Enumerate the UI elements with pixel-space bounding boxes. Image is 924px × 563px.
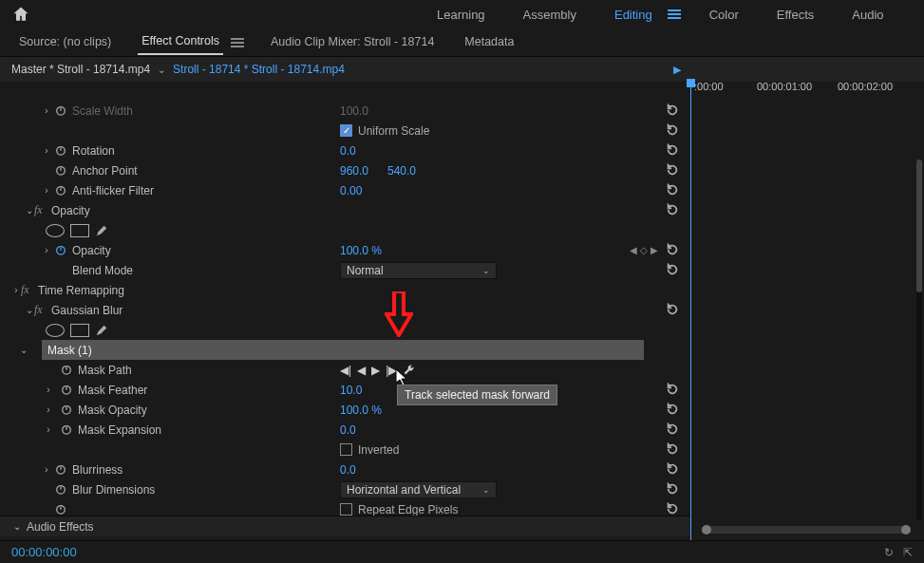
twisty-icon[interactable]: › xyxy=(44,404,53,415)
fx-badge-icon[interactable]: fx xyxy=(21,283,34,297)
stopwatch-icon[interactable] xyxy=(61,423,74,437)
prop-value[interactable]: 0.0 xyxy=(340,463,356,477)
slider-handle-left[interactable] xyxy=(702,525,711,535)
track-back-one-icon[interactable]: ◀| xyxy=(340,364,351,377)
audio-effects-section[interactable]: ⌄ Audio Effects xyxy=(0,516,690,536)
twisty-icon[interactable]: › xyxy=(42,105,51,116)
scrollbar-thumb[interactable] xyxy=(916,160,922,292)
timeline-zoom-slider[interactable] xyxy=(702,526,911,534)
fx-badge-icon[interactable]: fx xyxy=(34,303,47,317)
reset-icon[interactable] xyxy=(666,422,681,438)
reset-icon[interactable] xyxy=(666,123,681,139)
twisty-icon[interactable]: ⌄ xyxy=(25,305,34,315)
reset-icon[interactable] xyxy=(666,163,681,178)
prop-mask-path: Mask Path ◀| ◀ ▶ |▶ xyxy=(0,360,690,380)
stopwatch-icon[interactable] xyxy=(55,483,68,497)
twisty-icon[interactable]: › xyxy=(42,145,51,156)
loop-icon[interactable]: ↻ xyxy=(884,546,894,559)
stopwatch-icon[interactable] xyxy=(55,144,68,158)
ellipse-mask-icon[interactable] xyxy=(46,324,65,337)
reset-icon[interactable] xyxy=(666,502,681,516)
ellipse-mask-icon[interactable] xyxy=(46,224,65,237)
dropdown-value: Horizontal and Vertical xyxy=(347,483,461,497)
stopwatch-icon[interactable] xyxy=(55,463,68,477)
current-timecode[interactable]: 00:00:00:00 xyxy=(11,545,77,559)
stopwatch-icon[interactable] xyxy=(55,244,68,257)
effect-label: Gaussian Blur xyxy=(51,304,123,317)
twisty-icon[interactable]: › xyxy=(42,185,51,196)
reset-icon[interactable] xyxy=(666,243,681,258)
twisty-icon[interactable]: ⌄ xyxy=(19,345,28,355)
home-icon[interactable] xyxy=(11,5,30,24)
blur-dimensions-dropdown[interactable]: Horizontal and Vertical⌄ xyxy=(340,481,497,498)
chevron-down-icon[interactable]: ⌄ xyxy=(158,65,165,75)
rect-mask-icon[interactable] xyxy=(70,324,89,337)
workspace-tab-effects[interactable]: Effects xyxy=(767,4,824,26)
pen-mask-icon[interactable] xyxy=(95,324,108,337)
slider-handle-right[interactable] xyxy=(901,525,911,535)
panel-tab-source[interactable]: Source: (no clips) xyxy=(15,31,115,54)
export-icon[interactable]: ⇱ xyxy=(903,546,913,559)
twisty-icon[interactable]: › xyxy=(42,245,51,255)
panel-tab-metadata[interactable]: Metadata xyxy=(461,31,518,54)
stopwatch-icon[interactable] xyxy=(55,164,68,178)
reset-icon[interactable] xyxy=(666,462,681,478)
twisty-icon[interactable]: ⌄ xyxy=(13,521,23,532)
panel-menu-icon[interactable] xyxy=(231,36,244,49)
workspace-tab-audio[interactable]: Audio xyxy=(842,4,893,26)
inverted-checkbox[interactable]: Inverted xyxy=(340,443,399,457)
reset-icon[interactable] xyxy=(666,482,681,497)
reset-icon[interactable] xyxy=(666,383,681,398)
prop-value-y[interactable]: 540.0 xyxy=(387,164,416,178)
workspace-tab-color[interactable]: Color xyxy=(700,4,748,26)
playhead[interactable] xyxy=(690,79,691,554)
reset-icon[interactable] xyxy=(666,183,681,198)
prop-value-x[interactable]: 960.0 xyxy=(340,164,368,178)
prop-value[interactable]: 0.0 xyxy=(340,423,356,437)
vertical-scrollbar[interactable] xyxy=(916,160,922,520)
reset-icon[interactable] xyxy=(666,442,681,458)
stopwatch-icon[interactable] xyxy=(55,503,68,516)
repeat-edge-checkbox[interactable]: Repeat Edge Pixels xyxy=(340,503,458,516)
mask-1[interactable]: ⌄ Mask (1) xyxy=(42,340,644,360)
stopwatch-icon[interactable] xyxy=(55,184,68,197)
stopwatch-icon[interactable] xyxy=(61,384,74,397)
reset-icon[interactable] xyxy=(666,303,681,318)
prop-value[interactable]: 100.0 xyxy=(340,104,368,118)
prop-mask-feather: › Mask Feather 10.0 xyxy=(0,380,690,400)
prop-value[interactable]: 100.0 % xyxy=(340,403,382,417)
prop-value[interactable]: 100.0 % xyxy=(340,244,382,257)
twisty-icon[interactable]: › xyxy=(44,424,53,435)
reset-icon[interactable] xyxy=(666,203,681,218)
workspace-tab-assembly[interactable]: Assembly xyxy=(514,4,586,26)
reset-icon[interactable] xyxy=(666,103,681,119)
keyframe-nav[interactable]: ◀ ◇ ▶ xyxy=(630,245,658,255)
twisty-icon[interactable]: › xyxy=(11,285,21,295)
effect-timeline[interactable]: :00:00 00:00:01:00 00:00:02:00 xyxy=(690,79,915,98)
workspace-tab-learning[interactable]: Learning xyxy=(427,4,495,26)
reset-icon[interactable] xyxy=(666,143,681,159)
track-forward-icon[interactable]: ▶ xyxy=(371,364,380,377)
twisty-icon[interactable]: ⌄ xyxy=(25,205,34,216)
prop-value[interactable]: 0.0 xyxy=(340,144,356,158)
blend-mode-dropdown[interactable]: Normal⌄ xyxy=(340,262,497,279)
prop-value[interactable]: 10.0 xyxy=(340,384,362,397)
sequence-clip-name[interactable]: Stroll - 18714 * Stroll - 18714.mp4 xyxy=(173,63,345,76)
workspace-tab-editing[interactable]: Editing xyxy=(605,4,662,26)
stopwatch-icon[interactable] xyxy=(61,403,74,417)
stopwatch-icon[interactable] xyxy=(61,364,74,377)
workspace-menu-icon[interactable] xyxy=(668,8,681,21)
uniform-scale-checkbox[interactable]: Uniform Scale xyxy=(340,124,429,138)
prop-value[interactable]: 0.00 xyxy=(340,184,362,197)
twisty-icon[interactable]: › xyxy=(42,464,51,475)
panel-tab-effect-controls[interactable]: Effect Controls xyxy=(138,30,223,55)
fx-badge-icon[interactable]: fx xyxy=(34,203,47,217)
panel-tab-audio-clip-mixer[interactable]: Audio Clip Mixer: Stroll - 18714 xyxy=(267,31,438,54)
reset-icon[interactable] xyxy=(666,403,681,418)
reset-icon[interactable] xyxy=(666,263,681,278)
pen-mask-icon[interactable] xyxy=(95,224,108,237)
stopwatch-icon[interactable] xyxy=(55,104,68,118)
track-backward-icon[interactable]: ◀ xyxy=(357,364,366,377)
twisty-icon[interactable]: › xyxy=(44,385,53,395)
rect-mask-icon[interactable] xyxy=(70,224,89,237)
